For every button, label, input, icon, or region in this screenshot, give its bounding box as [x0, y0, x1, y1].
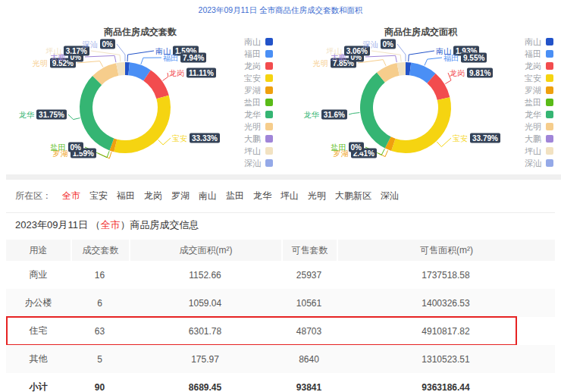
filter-option-坪山[interactable]: 坪山: [280, 190, 299, 201]
legend-item-福田[interactable]: 福田: [244, 50, 273, 58]
label-line-龙岗: [163, 73, 168, 80]
pie-label-宝安: 宝安33.79%: [453, 133, 500, 143]
pie-label-name: 盐田: [51, 143, 66, 152]
legend-label: 大鹏: [525, 135, 541, 143]
legend-item-龙华[interactable]: 龙华: [244, 111, 273, 118]
filter-option-宝安[interactable]: 宝安: [89, 190, 108, 201]
label-line-宝安: [158, 138, 171, 145]
pie-segment-宝安[interactable]: [391, 97, 451, 153]
filter-option-南山[interactable]: 南山: [199, 190, 217, 201]
table-cell: 其他: [6, 353, 71, 365]
legend-item-深汕[interactable]: 深汕: [244, 159, 273, 167]
label-line-大鹏: [85, 55, 116, 62]
table-cell: 48703: [281, 326, 337, 337]
legend-item-南山[interactable]: 南山: [244, 38, 273, 45]
table-cell: 16: [71, 270, 129, 281]
legend-swatch: [265, 111, 273, 118]
pie-label-宝安: 宝安33.33%: [172, 133, 220, 143]
filter-option-深汕[interactable]: 深汕: [381, 190, 399, 201]
pie-segment-龙华[interactable]: [80, 76, 114, 150]
legend-item-宝安[interactable]: 宝安: [244, 74, 273, 82]
pie-label-龙岗: 龙岗9.81%: [450, 68, 493, 78]
filter-option-全市[interactable]: 全市: [62, 190, 80, 201]
legend-item-大鹏[interactable]: 大鹏: [244, 135, 273, 143]
legend-swatch: [265, 135, 273, 143]
table-row-住宅: 住宅636301.78487034910817.82: [6, 317, 555, 345]
district-filter: 所在区： 全市宝安福田龙岗罗湖南山盐田龙华坪山光明大鹏新区深汕: [6, 180, 555, 213]
legend-label: 深汕: [525, 159, 541, 167]
charts-row: 商品住房成交套数 南山福田龙岗宝安罗湖盐田龙华光明大鹏坪山深汕 南山1.59%福…: [0, 21, 561, 176]
legend-swatch: [546, 74, 553, 82]
pie-label-name: 宝安: [453, 133, 468, 143]
table-cell: 90: [71, 382, 129, 392]
table-cell: 63: [71, 326, 129, 337]
table-cell: 6301.78: [129, 326, 281, 337]
legend-swatch: [546, 99, 553, 106]
pie-label-value: 9.81%: [467, 68, 493, 78]
filter-option-龙岗[interactable]: 龙岗: [144, 190, 162, 201]
pie-label-深汕: 深汕0%: [363, 39, 396, 49]
legend-item-深汕[interactable]: 深汕: [525, 159, 553, 167]
filter-option-龙华[interactable]: 龙华: [253, 190, 271, 201]
legend-item-罗湖[interactable]: 罗湖: [244, 86, 273, 94]
filter-option-盐田[interactable]: 盐田: [226, 190, 244, 201]
pie-label-龙华: 龙华31.6%: [304, 110, 347, 120]
legend-item-盐田[interactable]: 盐田: [525, 99, 553, 106]
chart-title-units: 商品住房成交套数: [0, 26, 280, 39]
legend-item-龙岗[interactable]: 龙岗: [244, 62, 273, 70]
table-row-total: 小计908689.45938419363186.44: [6, 373, 555, 392]
pie-label-龙华: 龙华31.75%: [19, 110, 67, 120]
legend-item-南山[interactable]: 南山: [525, 38, 553, 45]
legend-item-龙岗[interactable]: 龙岗: [525, 62, 553, 70]
legend-label: 大鹏: [244, 135, 261, 143]
legend-item-罗湖[interactable]: 罗湖: [525, 86, 553, 94]
legend-item-福田[interactable]: 福田: [525, 50, 553, 58]
legend-item-大鹏[interactable]: 大鹏: [525, 135, 553, 143]
legend-swatch: [546, 111, 553, 118]
pie-segment-龙华[interactable]: [360, 73, 391, 149]
table-cell: 1400326.53: [337, 298, 555, 309]
filter-label: 所在区：: [15, 190, 52, 202]
label-line-光明: [77, 61, 103, 67]
pie-label-value: 0%: [100, 39, 115, 49]
pie-label-value: 11.11%: [186, 68, 216, 78]
legend-label: 龙华: [244, 111, 261, 118]
table-section-title: 2023年09月11日 （全市）商品房成交信息: [15, 218, 199, 232]
pie-segment-宝安[interactable]: [114, 96, 171, 153]
legend-item-盐田[interactable]: 盐田: [244, 99, 273, 106]
pie-label-龙岗: 龙岗11.11%: [169, 68, 216, 78]
table-cell: 1152.66: [129, 270, 281, 281]
filter-option-罗湖[interactable]: 罗湖: [171, 190, 190, 201]
legend-item-坪山[interactable]: 坪山: [244, 147, 273, 155]
pie-label-name: 福田: [443, 53, 459, 63]
transactions-table: 用途成交套数成交面积(m²)可售套数可售面积(m²) 商业161152.6625…: [6, 240, 555, 392]
legend-item-光明[interactable]: 光明: [244, 123, 273, 130]
table-row-其他: 其他5175.9786401310523.51: [6, 345, 555, 373]
table-header-cell: 可售面积(m²): [337, 240, 555, 261]
pie-label-盐田: 盐田0%: [331, 143, 364, 152]
section-divider: [6, 174, 561, 180]
filter-option-光明[interactable]: 光明: [308, 190, 326, 201]
label-line-罗湖: [98, 152, 111, 158]
filter-option-福田[interactable]: 福田: [117, 190, 135, 201]
legend-label: 福田: [244, 50, 261, 58]
legend-label: 光明: [244, 123, 261, 130]
table-cell: 商业: [6, 268, 71, 281]
legend-item-坪山[interactable]: 坪山: [525, 147, 553, 155]
legend-item-光明[interactable]: 光明: [525, 123, 553, 130]
legend-swatch: [546, 50, 553, 58]
legend-label: 盐田: [244, 99, 261, 106]
section-title-date: 2023年09月11日 （: [15, 219, 101, 230]
chart-units-panel: 商品住房成交套数 南山福田龙岗宝安罗湖盐田龙华光明大鹏坪山深汕 南山1.59%福…: [0, 21, 280, 176]
filter-option-大鹏新区[interactable]: 大鹏新区: [335, 190, 371, 201]
table-cell: 住宅: [6, 325, 71, 337]
table-cell: 办公楼: [6, 296, 71, 309]
label-line-龙华: [68, 114, 80, 120]
pie-label-value: 0%: [349, 143, 364, 152]
pie-label-value: 33.33%: [190, 133, 220, 143]
pie-label-name: 光明: [33, 58, 48, 68]
chart-legend: 南山福田龙岗宝安罗湖盐田龙华光明大鹏坪山深汕: [525, 38, 553, 171]
pie-label-name: 龙岗: [169, 68, 184, 78]
legend-item-龙华[interactable]: 龙华: [525, 111, 553, 118]
legend-item-宝安[interactable]: 宝安: [525, 74, 553, 82]
